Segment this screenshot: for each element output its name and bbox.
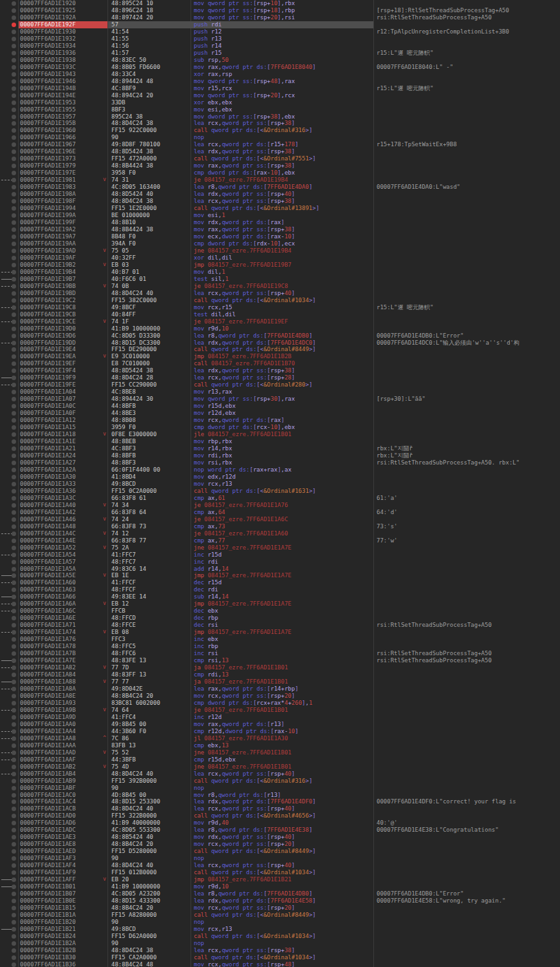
asm-row[interactable]: 00007FF6AD1E1A4E66:83F8 77cmp ax,7777:'w… [0, 537, 560, 544]
asm-row[interactable]: 00007FF6AD1E195333DBxor ebx,ebx [0, 99, 560, 106]
breakpoint-dot[interactable] [12, 263, 16, 267]
breakpoint-dot[interactable] [12, 192, 16, 196]
asm-row[interactable]: 00007FF6AD1E19A248:8B4424 38mov rax,qwor… [0, 226, 560, 233]
asm-row[interactable]: 00007FF6AD1E19C2FF15 382C0000call qword … [0, 297, 560, 304]
breakpoint-dot[interactable] [12, 743, 16, 748]
breakpoint-dot[interactable] [12, 877, 16, 882]
asm-row[interactable]: 00007FF6AD1E196749:8D8F 780100lea rcx,qw… [0, 141, 560, 148]
asm-row[interactable]: 00007FF6AD1E1AB2v75 4Djne 084157_ezre.7F… [0, 763, 560, 771]
breakpoint-dot[interactable] [12, 665, 16, 670]
breakpoint-dot[interactable] [12, 8, 16, 13]
breakpoint-dot[interactable] [12, 128, 16, 133]
breakpoint-dot[interactable] [12, 906, 16, 910]
breakpoint-dot[interactable] [12, 51, 16, 55]
asm-row[interactable]: 00007FF6AD1E1A4266:83F8 64cmp ax,6464:'d… [0, 509, 560, 516]
asm-row[interactable]: 00007FF6AD1E1A18v0F8E E3000000jle 084157… [0, 431, 560, 438]
asm-row[interactable]: 00007FF6AD1E19558BF3mov esi,ebx [0, 106, 560, 113]
asm-row[interactable]: 00007FF6AD1E1ACB48:8D4C24 40lea rcx,qwor… [0, 805, 560, 812]
asm-row[interactable]: 00007FF6AD1E192A48:897424 20mov qword pt… [0, 14, 560, 21]
asm-row[interactable]: 00007FF6AD1E192F57push rdi [0, 21, 560, 28]
asm-row[interactable]: 00007FF6AD1E1A153959 F0cmp dword ptr ds:… [0, 424, 560, 431]
breakpoint-dot[interactable] [12, 531, 16, 536]
asm-row[interactable]: 00007FF6AD1E1B0141:B9 10000000mov r9d,10 [0, 883, 560, 890]
breakpoint-dot[interactable] [12, 65, 16, 70]
asm-row[interactable]: 00007FF6AD1E1AEDFF15 D5280000call qword … [0, 848, 560, 855]
asm-row[interactable]: 00007FF6AD1E1AAA83FB 13cmp ebx,13 [0, 742, 560, 749]
asm-row[interactable]: 00007FF6AD1E1B30FF15 CA2A0000call qword … [0, 954, 560, 961]
breakpoint-dot[interactable] [12, 751, 16, 755]
breakpoint-dot[interactable] [12, 277, 16, 282]
asm-row[interactable]: 00007FF6AD1E1B2090nop [0, 919, 560, 926]
breakpoint-dot[interactable] [12, 517, 16, 522]
asm-row[interactable]: 00007FF6AD1E1A4Cv74 12je 084157_ezre.7FF… [0, 530, 560, 537]
asm-row[interactable]: 00007FF6AD1E1A4866:83F8 73cmp ax,7373:'s… [0, 523, 560, 530]
breakpoint-dot[interactable] [12, 546, 16, 550]
breakpoint-dot[interactable] [12, 270, 16, 274]
asm-row[interactable]: 00007FF6AD1E1A2448:8BFBmov rdi,rbxrbx:L"… [0, 452, 560, 459]
asm-row[interactable]: 00007FF6AD1E1B0E48:8D15 433300lea rdx,qw… [0, 897, 560, 905]
breakpoint-dot[interactable] [12, 298, 16, 303]
asm-row[interactable]: 00007FF6AD1E1AD641:B9 40000000mov r9d,40… [0, 819, 560, 827]
asm-row[interactable]: 00007FF6AD1E1A2748:8BF3mov rsi,rbxrsi:Rt… [0, 459, 560, 466]
breakpoint-dot[interactable] [12, 86, 16, 91]
asm-row[interactable]: 00007FF6AD1E1A6041:FFCFdec r15d [0, 579, 560, 586]
asm-row[interactable]: 00007FF6AD1E19B440:B7 01mov dil,1 [0, 269, 560, 276]
asm-row[interactable]: 00007FF6AD1E19CEv74 1Fje 084157_ezre.7FF… [0, 318, 560, 325]
asm-row[interactable]: 00007FF6AD1E1AF390nop [0, 855, 560, 862]
asm-row[interactable]: 00007FF6AD1E1A88v77 77ja 084157_ezre.7FF… [0, 678, 560, 685]
asm-row[interactable]: 00007FF6AD1E1AADv75 52jne 084157_ezre.7F… [0, 749, 560, 756]
asm-row[interactable]: 00007FF6AD1E1A6CFFCBdec ebx [0, 608, 560, 615]
breakpoint-dot[interactable] [12, 849, 16, 854]
asm-row[interactable]: 00007FF6AD1E1A46v74 24je 084157_ezre.7FF… [0, 516, 560, 523]
asm-row[interactable]: 00007FF6AD1E1A3041:8BD4mov edx,r12d [0, 474, 560, 481]
breakpoint-dot[interactable] [12, 496, 16, 501]
breakpoint-dot[interactable] [12, 503, 16, 508]
breakpoint-dot[interactable] [12, 588, 16, 592]
breakpoint-dot[interactable] [12, 454, 16, 458]
breakpoint-dot[interactable] [12, 341, 16, 345]
breakpoint-dot[interactable] [12, 941, 16, 946]
asm-row[interactable]: 00007FF6AD1E1B2B48:8D4C24 38lea rcx,qwor… [0, 947, 560, 954]
asm-row[interactable]: 00007FF6AD1E1A6AvEB 12jmp 084157_ezre.7F… [0, 600, 560, 608]
asm-row[interactable]: 00007FF6AD1E196690nop [0, 134, 560, 141]
breakpoint-dot[interactable] [12, 567, 16, 571]
breakpoint-dot[interactable] [12, 799, 16, 804]
breakpoint-dot[interactable] [12, 539, 16, 543]
breakpoint-dot[interactable] [12, 418, 16, 423]
asm-row[interactable]: 00007FF6AD1E1AD0FF15 322B0000call qword … [0, 812, 560, 819]
breakpoint-dot[interactable] [12, 955, 16, 960]
asm-row[interactable]: 00007FF6AD1E1A214C:8BF3mov r14,rbxrbx:L"… [0, 445, 560, 452]
breakpoint-dot[interactable] [12, 15, 16, 20]
breakpoint-dot[interactable] [12, 793, 16, 798]
asm-row[interactable]: 00007FF6AD1E193041:54push r12r12:TpAlpcU… [0, 28, 560, 35]
breakpoint-dot[interactable] [12, 729, 16, 734]
breakpoint-dot[interactable] [12, 842, 16, 847]
asm-row[interactable]: 00007FF6AD1E19AA394A F0cmp dword ptr ds:… [0, 240, 560, 247]
asm-row[interactable]: 00007FF6AD1E1A8A49:8D042Elea rax,qword p… [0, 685, 560, 693]
breakpoint-dot[interactable] [12, 616, 16, 620]
asm-row[interactable]: 00007FF6AD1E1AAF44:3BFBcmp r15d,ebx [0, 756, 560, 763]
asm-row[interactable]: 00007FF6AD1E1A1248:8B08mov rcx,qword ptr… [0, 417, 560, 424]
asm-row[interactable]: 00007FF6AD1E1A52v75 2Ajne 084157_ezre.7F… [0, 544, 560, 551]
asm-row[interactable]: 00007FF6AD1E19AF40:32FFxor dil,dil [0, 254, 560, 262]
breakpoint-dot[interactable] [12, 390, 16, 394]
breakpoint-dot[interactable] [12, 573, 16, 578]
asm-row[interactable]: 00007FF6AD1E1A8E48:8B4C24 20mov rcx,qwor… [0, 693, 560, 700]
breakpoint-dot[interactable] [12, 256, 16, 260]
breakpoint-dot[interactable] [12, 411, 16, 416]
breakpoint-dot[interactable] [12, 772, 16, 776]
breakpoint-dot[interactable] [12, 108, 16, 112]
breakpoint-dot[interactable] [12, 962, 16, 967]
asm-row[interactable]: 00007FF6AD1E1A9383BC81 6002000cmp dword … [0, 700, 560, 707]
breakpoint-dot[interactable] [12, 171, 16, 175]
asm-row[interactable]: 00007FF6AD1E197E3958 F0cmp dword ptr ds:… [0, 169, 560, 177]
asm-row[interactable]: 00007FF6AD1E1A3C66:83F8 61cmp ax,6161:'a… [0, 495, 560, 502]
asm-row[interactable]: 00007FF6AD1E1981v74 31je 084157_ezre.7FF… [0, 177, 560, 184]
asm-row[interactable]: 00007FF6AD1E1A2A66:0F1F4400 00nop word p… [0, 466, 560, 474]
breakpoint-dot[interactable] [12, 58, 16, 62]
breakpoint-dot[interactable] [12, 164, 16, 168]
breakpoint-dot[interactable] [12, 439, 16, 444]
asm-row[interactable]: 00007FF6AD1E19B2vEB 03jmp 084157_ezre.7F… [0, 262, 560, 269]
breakpoint-dot[interactable] [12, 934, 16, 939]
breakpoint-dot[interactable] [12, 892, 16, 896]
